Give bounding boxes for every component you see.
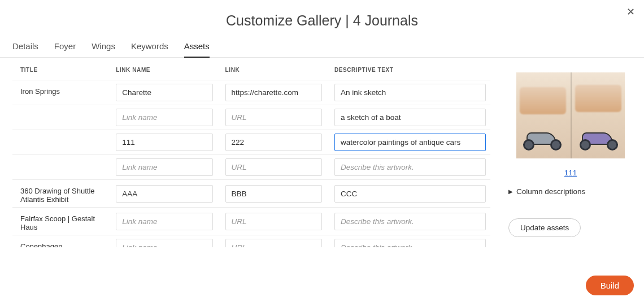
link-url-input[interactable]: [225, 84, 322, 101]
link-name-input[interactable]: [116, 239, 212, 247]
table-row: [12, 105, 490, 130]
desc-input[interactable]: [334, 213, 486, 230]
update-assets-button[interactable]: Update assets: [508, 218, 581, 237]
tab-details[interactable]: Details: [12, 41, 38, 57]
table-row: [12, 130, 490, 155]
tab-assets[interactable]: Assets: [184, 41, 210, 58]
row-title: [12, 130, 108, 155]
desc-input[interactable]: [334, 84, 486, 101]
link-url-input[interactable]: [225, 158, 322, 176]
link-name-input[interactable]: [116, 134, 212, 151]
tab-keywords[interactable]: Keywords: [131, 41, 168, 57]
row-title: [12, 105, 108, 130]
asset-caption-link[interactable]: 111: [564, 169, 577, 177]
asset-preview-image: [516, 72, 625, 158]
desc-input[interactable]: [334, 239, 486, 247]
link-name-input[interactable]: [116, 84, 212, 101]
table-row: Copenhagen: [12, 235, 490, 248]
link-name-input[interactable]: [116, 213, 212, 230]
build-button[interactable]: Build: [586, 276, 634, 295]
desc-input[interactable]: [334, 185, 486, 203]
row-title: Fairfax Scoop | Gestalt Haus: [12, 208, 108, 235]
column-descriptions-label: Column descriptions: [516, 187, 585, 196]
desc-input[interactable]: [334, 109, 486, 126]
tab-wings[interactable]: Wings: [92, 41, 115, 57]
table-row: [12, 155, 490, 180]
assets-table: Title Link Name Link Descriptive Text Ir…: [12, 58, 490, 247]
link-name-input[interactable]: [116, 158, 212, 176]
col-header-link: Link: [217, 58, 327, 80]
link-url-input[interactable]: [225, 134, 322, 151]
page-title: Customize Gallery | 4 Journals: [0, 0, 644, 29]
chevron-right-icon: ▶: [508, 188, 513, 195]
tab-bar: Details Foyer Wings Keywords Assets: [0, 29, 644, 58]
link-url-input[interactable]: [225, 109, 322, 126]
link-url-input[interactable]: [225, 213, 322, 230]
row-title: [12, 155, 108, 180]
row-title: Iron Springs: [12, 80, 108, 105]
column-descriptions-disclosure[interactable]: ▶ Column descriptions: [508, 187, 585, 196]
table-row: 360 Drawing of Shuttle Atlantis Exhibit: [12, 180, 490, 208]
table-row: Iron Springs: [12, 80, 490, 105]
link-name-input[interactable]: [116, 185, 212, 203]
col-header-linkname: Link Name: [108, 58, 217, 80]
row-title: 360 Drawing of Shuttle Atlantis Exhibit: [12, 180, 108, 208]
col-header-title: Title: [12, 58, 108, 80]
desc-input[interactable]: [334, 134, 486, 151]
col-header-desc: Descriptive Text: [327, 58, 490, 80]
close-icon[interactable]: ✕: [626, 7, 635, 17]
row-title: Copenhagen: [12, 235, 108, 248]
link-url-input[interactable]: [225, 239, 322, 247]
desc-input[interactable]: [334, 158, 486, 176]
assets-table-scroll[interactable]: Title Link Name Link Descriptive Text Ir…: [12, 58, 497, 247]
table-row: Fairfax Scoop | Gestalt Haus: [12, 208, 490, 235]
link-url-input[interactable]: [225, 185, 322, 203]
tab-foyer[interactable]: Foyer: [54, 41, 76, 57]
link-name-input[interactable]: [116, 109, 212, 126]
